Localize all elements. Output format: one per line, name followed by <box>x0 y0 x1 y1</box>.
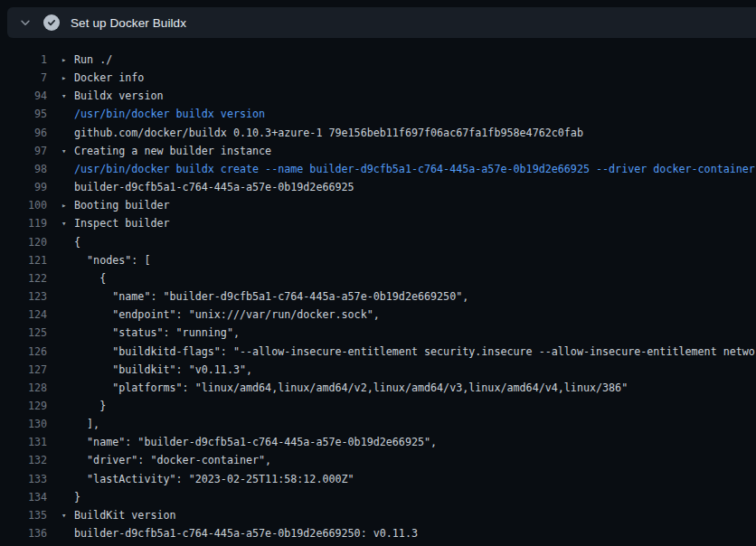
line-number[interactable]: 100 <box>0 196 47 214</box>
line-number[interactable]: 126 <box>0 343 47 361</box>
line-number[interactable]: 136 <box>0 524 47 542</box>
log-text: builder-d9cfb5a1-c764-445a-a57e-0b19d2e6… <box>74 524 418 542</box>
step-title: Set up Docker Buildx <box>71 16 186 30</box>
group-toggle-icon <box>61 470 74 488</box>
group-toggle-icon <box>61 105 74 123</box>
log-line: 122 { <box>0 269 756 287</box>
triangle-right-icon[interactable]: ▸ <box>61 196 74 214</box>
group-toggle-icon <box>61 361 74 379</box>
line-number[interactable]: 133 <box>0 470 47 488</box>
log-line: 128 "platforms": "linux/amd64,linux/amd6… <box>0 379 756 397</box>
group-toggle-icon <box>61 524 74 542</box>
group-toggle-icon <box>61 433 74 451</box>
log-text: } <box>74 397 106 415</box>
log-line: 121 "nodes": [ <box>0 251 756 269</box>
line-number[interactable]: 132 <box>0 451 47 469</box>
line-number[interactable]: 99 <box>0 178 47 196</box>
line-number[interactable]: 120 <box>0 233 47 251</box>
log-text: /usr/bin/docker buildx version <box>74 105 265 123</box>
line-number[interactable]: 96 <box>0 124 47 142</box>
check-circle-icon <box>43 14 60 31</box>
log-line: 96 github.com/docker/buildx 0.10.3+azure… <box>0 124 756 142</box>
triangle-down-icon[interactable]: ▾ <box>61 214 74 232</box>
line-number[interactable]: 135 <box>0 506 47 524</box>
log-line: 127 "buildkit": "v0.11.3", <box>0 361 756 379</box>
log-line: 99 builder-d9cfb5a1-c764-445a-a57e-0b19d… <box>0 178 756 196</box>
line-number[interactable]: 129 <box>0 397 47 415</box>
log-text: "platforms": "linux/amd64,linux/amd64/v2… <box>74 379 628 397</box>
group-toggle-icon <box>61 287 74 306</box>
log-text[interactable]: BuildKit version <box>74 506 176 524</box>
log-text: "buildkit": "v0.11.3", <box>74 361 252 379</box>
line-number[interactable]: 119 <box>0 214 47 232</box>
log-line: 94 ▾ Buildx version <box>0 87 756 105</box>
log-line: 120 { <box>0 233 756 251</box>
line-number[interactable]: 7 <box>0 69 47 87</box>
line-number[interactable]: 127 <box>0 361 47 379</box>
log-text: "driver": "docker-container", <box>74 451 271 469</box>
line-number[interactable]: 98 <box>0 160 47 178</box>
log-line: 126 "buildkitd-flags": "--allow-insecure… <box>0 343 756 361</box>
log-text: "status": "running", <box>74 324 240 342</box>
log-line: 131 "name": "builder-d9cfb5a1-c764-445a-… <box>0 433 756 451</box>
log-line: 125 "status": "running", <box>0 324 756 342</box>
group-toggle-icon <box>61 451 74 469</box>
log-text: "endpoint": "unix:///var/run/docker.sock… <box>74 306 380 324</box>
log-text: github.com/docker/buildx 0.10.3+azure-1 … <box>74 124 583 142</box>
group-toggle-icon <box>61 124 74 142</box>
step-header[interactable]: Set up Docker Buildx <box>7 7 756 38</box>
group-toggle-icon <box>61 178 74 196</box>
chevron-down-icon[interactable] <box>15 13 35 33</box>
log-line: 129 } <box>0 397 756 415</box>
group-toggle-icon <box>61 269 74 287</box>
log-text: { <box>74 233 80 251</box>
log-text[interactable]: Docker info <box>74 69 144 87</box>
triangle-right-icon[interactable]: ▸ <box>61 69 74 87</box>
line-number[interactable]: 97 <box>0 142 47 160</box>
log-line: 123 "name": "builder-d9cfb5a1-c764-445a-… <box>0 287 756 306</box>
group-toggle-icon <box>61 251 74 269</box>
log-line: 119 ▾ Inspect builder <box>0 214 756 232</box>
log-line: 135 ▾ BuildKit version <box>0 506 756 524</box>
log-text: { <box>74 269 106 287</box>
line-number[interactable]: 1 <box>0 51 47 69</box>
log-text[interactable]: Booting builder <box>74 196 170 214</box>
log-text: ], <box>74 415 99 433</box>
log-text[interactable]: Buildx version <box>74 87 164 105</box>
group-toggle-icon <box>61 160 74 178</box>
log-area: 1 ▸ Run ./ 7 ▸ Docker info 94 ▾ Buildx v… <box>0 38 756 546</box>
log-text: "nodes": [ <box>74 251 150 269</box>
triangle-down-icon[interactable]: ▾ <box>61 87 74 105</box>
line-number[interactable]: 94 <box>0 87 47 105</box>
group-toggle-icon <box>61 415 74 433</box>
line-number[interactable]: 95 <box>0 105 47 123</box>
log-text[interactable]: Run ./ <box>74 51 112 69</box>
line-number[interactable]: 124 <box>0 306 47 324</box>
triangle-down-icon[interactable]: ▾ <box>61 506 74 524</box>
log-text: "name": "builder-d9cfb5a1-c764-445a-a57e… <box>74 287 468 306</box>
log-line: 132 "driver": "docker-container", <box>0 451 756 469</box>
log-text: "name": "builder-d9cfb5a1-c764-445a-a57e… <box>74 433 437 451</box>
triangle-down-icon[interactable]: ▾ <box>61 142 74 160</box>
log-line: 130 ], <box>0 415 756 433</box>
log-text[interactable]: Inspect builder <box>74 214 170 232</box>
line-number[interactable]: 131 <box>0 433 47 451</box>
line-number[interactable]: 121 <box>0 251 47 269</box>
line-number[interactable]: 134 <box>0 488 47 506</box>
log-text: } <box>74 488 80 506</box>
log-line: 98 /usr/bin/docker buildx create --name … <box>0 160 756 178</box>
log-line: 95 /usr/bin/docker buildx version <box>0 105 756 123</box>
triangle-right-icon[interactable]: ▸ <box>61 51 74 69</box>
line-number[interactable]: 123 <box>0 287 47 306</box>
log-text: "buildkitd-flags": "--allow-insecure-ent… <box>74 343 756 361</box>
line-number[interactable]: 130 <box>0 415 47 433</box>
group-toggle-icon <box>61 233 74 251</box>
log-text: "lastActivity": "2023-02-25T11:58:12.000… <box>74 470 354 488</box>
log-text[interactable]: Creating a new builder instance <box>74 142 271 160</box>
log-line: 1 ▸ Run ./ <box>0 51 756 69</box>
line-number[interactable]: 122 <box>0 269 47 287</box>
line-number[interactable]: 128 <box>0 379 47 397</box>
log-line: 124 "endpoint": "unix:///var/run/docker.… <box>0 306 756 324</box>
log-text: builder-d9cfb5a1-c764-445a-a57e-0b19d2e6… <box>74 178 354 196</box>
line-number[interactable]: 125 <box>0 324 47 342</box>
